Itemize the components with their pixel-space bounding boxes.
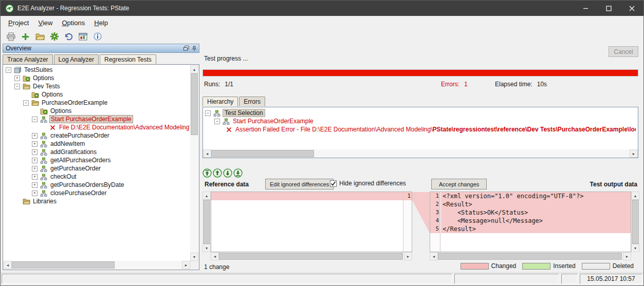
print-icon[interactable]	[6, 31, 16, 42]
tree-item-closepurchaseorder[interactable]: +closePurchaseOrder	[4, 189, 190, 197]
hide-ignored-label[interactable]: Hide ignored differences	[339, 180, 406, 187]
hide-ignored-checkbox[interactable]	[330, 180, 337, 187]
collapse-icon[interactable]: −	[205, 110, 211, 116]
settings-gear-icon[interactable]	[49, 31, 60, 42]
tree-item-addnewitem[interactable]: +addNewItem	[4, 140, 190, 148]
minimize-button[interactable]	[574, 1, 597, 16]
menu-project[interactable]: Project	[4, 17, 33, 28]
collapse-icon[interactable]: −	[32, 117, 38, 122]
reference-horizontal-scrollbar[interactable]: ◄►	[211, 252, 412, 260]
scrollbar-thumb[interactable]	[219, 253, 403, 260]
tree-item-checkout[interactable]: +checkOut	[4, 173, 190, 181]
collapse-icon[interactable]: −	[214, 119, 220, 124]
tree-horizontal-scrollbar[interactable]: ◄►	[4, 261, 190, 269]
expand-icon[interactable]: +	[32, 190, 38, 196]
expand-icon[interactable]: +	[32, 182, 38, 188]
pin-icon[interactable]	[192, 46, 197, 51]
scrollbar-thumb[interactable]	[438, 253, 622, 260]
tree-item-file-d-e2e-documentation-advanced-modeling[interactable]: File D:\E2E Documentation\Advanced Model…	[4, 123, 190, 131]
edit-ignored-differences-button[interactable]: Edit ignored differences	[265, 179, 334, 189]
expand-icon[interactable]: +	[32, 133, 38, 139]
nav-last-diff-button[interactable]	[233, 168, 243, 178]
tree-item-getallpurchaseorders[interactable]: +getAllPurchaseOrders	[4, 156, 190, 164]
cancel-button[interactable]: Cancel	[609, 46, 638, 57]
menu-view[interactable]: View	[33, 17, 57, 28]
scroll-left-icon[interactable]: ◄	[430, 252, 438, 260]
nav-prev-diff-button[interactable]	[213, 168, 222, 178]
scrollbar-thumb[interactable]	[211, 150, 314, 157]
collapse-icon[interactable]: −	[6, 67, 11, 73]
collapse-icon[interactable]: −	[23, 100, 29, 106]
diff-connector	[412, 192, 430, 252]
tree-item-label: closePurchaseOrder	[49, 189, 107, 197]
legend-label: Inserted	[553, 262, 575, 270]
output-content: <?xml version="1.0" encoding="UTF-8"?><R…	[441, 192, 631, 252]
tree-item-purchaseorderexample[interactable]: −PurchaseOrderExample	[4, 99, 190, 107]
tab-regression-tests[interactable]: Regression Tests	[100, 54, 156, 64]
tree-item-label: File D:\E2E Documentation\Advanced Model…	[58, 124, 190, 131]
scroll-up-icon[interactable]: ▲	[190, 65, 198, 73]
expand-icon[interactable]: +	[32, 149, 38, 155]
report-icon[interactable]	[78, 31, 88, 42]
nav-next-diff-button[interactable]	[223, 168, 232, 178]
expand-icon[interactable]: +	[32, 166, 38, 171]
scroll-down-icon[interactable]: ▼	[203, 244, 211, 252]
maximize-button[interactable]	[597, 1, 620, 16]
scroll-down-icon[interactable]: ▼	[631, 244, 639, 252]
expand-icon[interactable]: +	[32, 158, 38, 163]
menu-help[interactable]: Help	[89, 17, 113, 28]
scroll-right-icon[interactable]: ►	[182, 261, 190, 269]
info-icon[interactable]	[92, 31, 103, 42]
hierarchy-test-row[interactable]: − Start PurchaseOrderExample	[214, 117, 315, 125]
reference-vertical-scrollbar[interactable]: ▲▼	[203, 192, 211, 252]
tree-item-label: getPurchaseOrder	[49, 165, 102, 172]
expand-icon[interactable]: +	[32, 141, 38, 147]
scrollbar-thumb[interactable]	[191, 73, 198, 135]
tree-item-options[interactable]: Options	[4, 90, 190, 99]
tree-item-libraries[interactable]: Libraries	[4, 197, 190, 205]
scrollbar-thumb[interactable]	[203, 200, 210, 244]
menu-options[interactable]: Options	[57, 17, 89, 28]
collapse-icon[interactable]: −	[14, 84, 20, 89]
tab-hierarchy[interactable]: Hierarchy	[203, 97, 238, 106]
scrollbar-thumb[interactable]	[12, 261, 115, 269]
tab-log-analyzer[interactable]: Log Analyzer	[54, 54, 99, 64]
tree-item-options[interactable]: Options	[4, 107, 190, 115]
nav-first-diff-button[interactable]	[203, 168, 212, 178]
tree-item-getpurchaseordersbydate[interactable]: +getPurchaseOrdersByDate	[4, 181, 190, 189]
hide-ignored-wrap: Hide ignored differences	[330, 180, 406, 187]
expand-icon[interactable]: +	[14, 75, 20, 81]
tree-item-dev-tests[interactable]: −Dev Tests	[4, 82, 190, 90]
tree-item-options[interactable]: +Options	[4, 74, 190, 82]
scroll-left-icon[interactable]: ◄	[203, 149, 211, 158]
open-folder-icon[interactable]	[34, 31, 45, 42]
add-icon[interactable]	[20, 31, 31, 42]
tree-item-getpurchaseorder[interactable]: +getPurchaseOrder	[4, 164, 190, 173]
scrollbar-thumb[interactable]	[632, 200, 639, 244]
hierarchy-horizontal-scrollbar[interactable]: ◄►	[203, 149, 638, 158]
output-vertical-scrollbar[interactable]: ▲▼	[631, 192, 639, 252]
scroll-up-icon[interactable]: ▲	[631, 192, 639, 200]
scroll-right-icon[interactable]: ►	[623, 252, 631, 260]
scroll-down-icon[interactable]: ▼	[190, 253, 198, 261]
tree-vertical-scrollbar[interactable]: ▲▼	[190, 65, 198, 261]
tree-item-start-purchaseorderexample[interactable]: −Start PurchaseOrderExample	[4, 115, 190, 123]
scroll-up-icon[interactable]: ▲	[203, 192, 211, 200]
scroll-left-icon[interactable]: ◄	[4, 261, 12, 269]
float-panel-icon[interactable]	[183, 46, 189, 51]
scroll-left-icon[interactable]: ◄	[211, 252, 219, 260]
hierarchy-root-row[interactable]: − Test Selection	[205, 109, 265, 117]
scroll-right-icon[interactable]: ►	[404, 252, 412, 260]
undo-icon[interactable]	[63, 31, 74, 42]
hierarchy-error-row[interactable]: Assertion Failed Error - File D:\E2E Doc…	[225, 125, 636, 134]
scroll-right-icon[interactable]: ►	[630, 149, 638, 158]
tab-errors[interactable]: Errors	[239, 97, 265, 106]
output-horizontal-scrollbar[interactable]: ◄►	[430, 252, 631, 260]
tree-item-createpurchaseorder[interactable]: +createPurchaseOrder	[4, 131, 190, 140]
accept-changes-button[interactable]: Accept changes	[431, 179, 487, 189]
expand-icon[interactable]: +	[32, 174, 38, 180]
tab-trace-analyzer[interactable]: Trace Analyzer	[3, 54, 53, 64]
tree-item-addgratifications[interactable]: +addGratifications	[4, 148, 190, 156]
close-button[interactable]	[620, 1, 643, 16]
tree-item-testsuites[interactable]: −TestSuites	[4, 66, 190, 74]
